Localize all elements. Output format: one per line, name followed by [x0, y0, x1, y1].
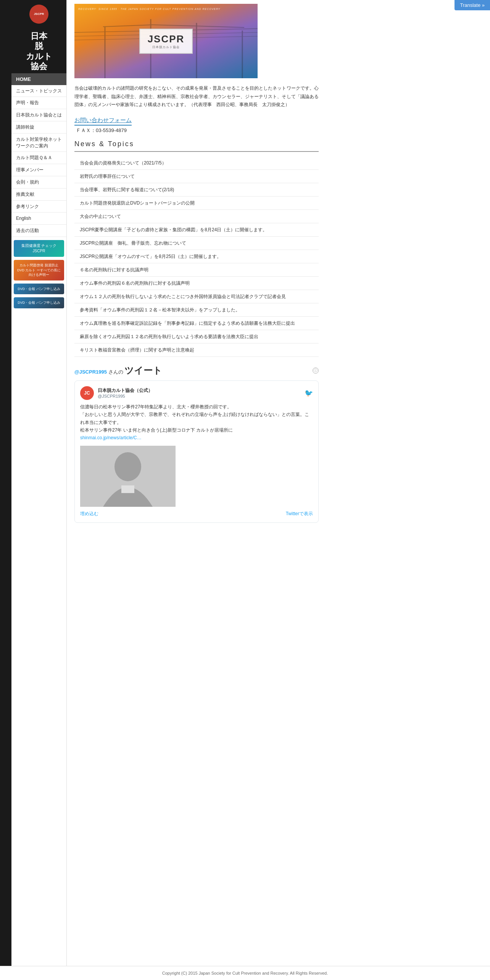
banner-blue-1[interactable]: DVD・会報 パンフ申し込み: [14, 284, 64, 295]
news-link-7[interactable]: JSCPR公開講座「オウムのすべて」を8月25日（土）に開催します。: [80, 253, 319, 260]
translate-button[interactable]: Translate »: [455, 0, 490, 10]
news-link-13[interactable]: 麻原を除くオウム死刑囚１２名の死刑を執行しないよう求める要請書を法務大臣に提出: [80, 333, 319, 340]
copyright-text: Copyright (C) 2015 Japan Society for Cul…: [162, 971, 328, 975]
nav-english[interactable]: English: [11, 213, 66, 225]
news-item-4: 大会の中止について: [74, 210, 319, 223]
tweet-avatar: JC: [80, 386, 94, 400]
svg-point-11: [114, 452, 141, 481]
banner-blue-2[interactable]: DVD・会報 パンフ申し込み: [14, 297, 64, 308]
nav-statement[interactable]: 声明・報告: [11, 97, 66, 109]
news-link-1[interactable]: 岩野氏の理事辞任について: [80, 173, 319, 180]
hero-arc-text: RECOVERY· SINCE 1995 · THE JAPAN SOCIETY…: [78, 8, 221, 10]
news-item-6: JSCPR公開講座 御礼、冊子販売、忘れ物について: [74, 237, 319, 250]
news-item-14: キリスト教福音宣教会（摂理）に関する声明と注意喚起: [74, 343, 319, 357]
tweet-view-on-twitter-link[interactable]: Twitterで表示: [286, 511, 313, 517]
banner-blue1-content: DVD・会報 パンフ申し込み: [14, 284, 64, 295]
news-item-0: 当会会員の資格喪失について（2021/7/5）: [74, 156, 319, 170]
sidebar-org-name: 日本 脱 カルト 協会: [11, 28, 66, 73]
news-item-8: ６名の死刑執行に対する抗議声明: [74, 263, 319, 277]
hero-logo-subtitle: 日本脱カルト協会: [148, 45, 185, 49]
tweet-account-name: 日本脱カルト協会（公式）: [98, 387, 153, 394]
fax-text: ＦＡＸ：03-5539-4879: [76, 127, 127, 133]
news-item-11: 参考資料「オウム事件の死刑囚１２名－松本智津夫以外」をアップしました。: [74, 303, 319, 317]
hero-image: JSCPR 日本脱カルト協会 RECOVERY· SINCE 1995 · TH…: [74, 4, 258, 78]
tweet-image: [80, 446, 176, 507]
contact-section: お問い合わせフォーム ＦＡＸ：03-5539-4879: [74, 117, 319, 134]
news-item-5: JSCPR夏季公開講座「子どもの虐待と家族・集団の構図」を8月24日（土）に開催…: [74, 223, 319, 237]
news-item-2: 当会理事、岩野氏に関する報道について(2/18): [74, 183, 319, 197]
news-link-14[interactable]: キリスト教福音宣教会（摂理）に関する声明と注意喚起: [80, 347, 319, 353]
news-link-11[interactable]: 参考資料「オウム事件の死刑囚１２名－松本智津夫以外」をアップしました。: [80, 306, 319, 313]
footer: Copyright (C) 2015 Japan Society for Cul…: [0, 966, 490, 980]
hero-logo-box: JSCPR 日本脱カルト協会: [139, 29, 193, 54]
tweet-link[interactable]: shinmai.co.jp/news/article/C…: [80, 435, 142, 440]
tweet-content: 信濃毎日の松本サリン事件27年特集記事より、北大・櫻井教授の回です。 「おかしい…: [80, 403, 313, 442]
main-content: JSCPR 日本脱カルト協会 RECOVERY· SINCE 1995 · TH…: [67, 0, 326, 966]
tweet-account-row: JC 日本脱カルト協会（公式） @JSCPR1995 🐦: [80, 386, 313, 400]
tweet-at-user: @JSCPR1995: [74, 369, 107, 375]
tweet-header: @JSCPR1995 さんの ツイート ⓘ: [74, 364, 319, 377]
tweet-section: @JSCPR1995 さんの ツイート ⓘ JC 日本脱カルト協会（公式） @J…: [74, 364, 319, 523]
tweet-header-text: @JSCPR1995 さんの ツイート: [74, 364, 162, 377]
nav-about[interactable]: 日本脱カルト協会とは: [11, 109, 66, 121]
news-link-0[interactable]: 当会会員の資格喪失について（2021/7/5）: [80, 160, 319, 166]
nav-rules[interactable]: 会則・規約: [11, 176, 66, 189]
news-link-10[interactable]: オウム１２人の死刑を執行しないよう求めたことにつき外国特派員協会と司法記者クラブ…: [80, 293, 319, 300]
tweet-footer: 埋め込む Twitterで表示: [80, 511, 313, 517]
nav-lecturer[interactable]: 講師斡旋: [11, 121, 66, 134]
tweet-box: JC 日本脱カルト協会（公式） @JSCPR1995 🐦 信濃毎日の松本サリン事…: [74, 380, 319, 523]
hero-logo-text: JSCPR: [148, 33, 185, 45]
tweet-line3: 松本サリン事件27年 いま何と向き合う(上)新型コロナ下 カルトが居場所に: [80, 427, 233, 433]
sidebar: JSCPR 日本 脱 カルト 協会 HOME ニュース・トピックス 声明・報告 …: [11, 0, 67, 966]
news-item-9: オウム事件の死刑囚６名の死刑執行に対する抗議声明: [74, 277, 319, 290]
news-item-1: 岩野氏の理事辞任について: [74, 170, 319, 183]
tweet-label: ツイート: [124, 365, 162, 376]
banner-health[interactable]: 集団健康度 チェック JSCPR: [14, 240, 64, 257]
nav-home[interactable]: HOME: [11, 73, 66, 85]
banner-dvd[interactable]: カルト問題啓発 脱退防止DVD カルト ーすべての長に向ける声明ー: [14, 260, 64, 280]
news-item-3: カルト問題啓発脱退防止DVDショートバージョンの公開: [74, 197, 319, 210]
news-link-4[interactable]: 大会の中止について: [80, 213, 319, 220]
description-text: 当会は破壊的カルトの諸問題の研究をおこない、その成果を発展・普及させることを目的…: [74, 84, 319, 109]
nav-past-activities[interactable]: 過去の活動: [11, 225, 66, 237]
tweet-info-icon[interactable]: ⓘ: [313, 368, 319, 374]
news-item-10: オウム１２人の死刑を執行しないよう求めたことにつき外国特派員協会と司法記者クラブ…: [74, 290, 319, 303]
nav-references[interactable]: 推薦文献: [11, 189, 66, 201]
news-link-5[interactable]: JSCPR夏季公開講座「子どもの虐待と家族・集団の構図」を8月24日（土）に開催…: [80, 226, 319, 233]
news-item-13: 麻原を除くオウム死刑囚１２名の死刑を執行しないよう求める要請書を法務大臣に提出: [74, 330, 319, 343]
tweet-account-handle: @JSCPR1995: [98, 394, 153, 398]
contact-form-link[interactable]: お問い合わせフォーム: [74, 117, 132, 126]
news-link-2[interactable]: 当会理事、岩野氏に関する報道について(2/18): [80, 186, 319, 193]
tweet-embed-link[interactable]: 埋め込む: [80, 511, 98, 517]
nav-faq[interactable]: カルト問題Ｑ＆Ａ: [11, 152, 66, 164]
news-item-7: JSCPR公開講座「オウムのすべて」を8月25日（土）に開催します。: [74, 250, 319, 263]
news-item-12: オウム真理教を巡る刑事確定訴訟記録を「刑事参考記録」に指定するよう求める請願書を…: [74, 317, 319, 330]
news-title: News & Topics: [74, 140, 319, 152]
tweet-account-info: 日本脱カルト協会（公式） @JSCPR1995: [98, 387, 153, 398]
tweet-no-san: さんの: [108, 369, 123, 375]
twitter-bird-icon: 🐦: [305, 389, 313, 397]
banner-health-content: 集団健康度 チェック JSCPR: [14, 240, 64, 257]
logo-circle: JSCPR: [29, 5, 48, 24]
news-section: News & Topics 当会会員の資格喪失について（2021/7/5） 岩野…: [74, 140, 319, 357]
news-link-12[interactable]: オウム真理教を巡る刑事確定訴訟記録を「刑事参考記録」に指定するよう求める請願書を…: [80, 320, 319, 327]
banner-dvd-content: カルト問題啓発 脱退防止DVD カルト ーすべての長に向ける声明ー: [14, 260, 64, 280]
news-link-6[interactable]: JSCPR公開講座 御礼、冊子販売、忘れ物について: [80, 240, 319, 247]
news-link-3[interactable]: カルト問題啓発脱退防止DVDショートバージョンの公開: [80, 200, 319, 206]
news-link-8[interactable]: ６名の死刑執行に対する抗議声明: [80, 266, 319, 273]
banner-blue2-content: DVD・会報 パンフ申し込み: [14, 297, 64, 308]
nav-school-network[interactable]: カルト対策学校ネットワークのご案内: [11, 134, 66, 152]
tweet-line2: 「おかしいと思う人間が大学で、宗教界で、それぞれの立場から声を上げ続けなければな…: [80, 412, 309, 425]
dark-left-strip: [0, 0, 11, 966]
person-silhouette: [80, 446, 176, 507]
tweet-line1: 信濃毎日の松本サリン事件27年特集記事より、北大・櫻井教授の回です。: [80, 404, 232, 409]
sidebar-nav: HOME ニュース・トピックス 声明・報告 日本脱カルト協会とは 講師斡旋 カル…: [11, 73, 66, 237]
svg-rect-12: [121, 485, 134, 493]
nav-links[interactable]: 参考リンク: [11, 201, 66, 213]
nav-directors[interactable]: 理事メンバー: [11, 164, 66, 176]
sidebar-logo: JSCPR: [11, 0, 66, 28]
nav-news-topics[interactable]: ニュース・トピックス: [11, 85, 66, 97]
news-link-9[interactable]: オウム事件の死刑囚６名の死刑執行に対する抗議声明: [80, 280, 319, 287]
hero-overlay: JSCPR 日本脱カルト協会: [74, 4, 258, 78]
